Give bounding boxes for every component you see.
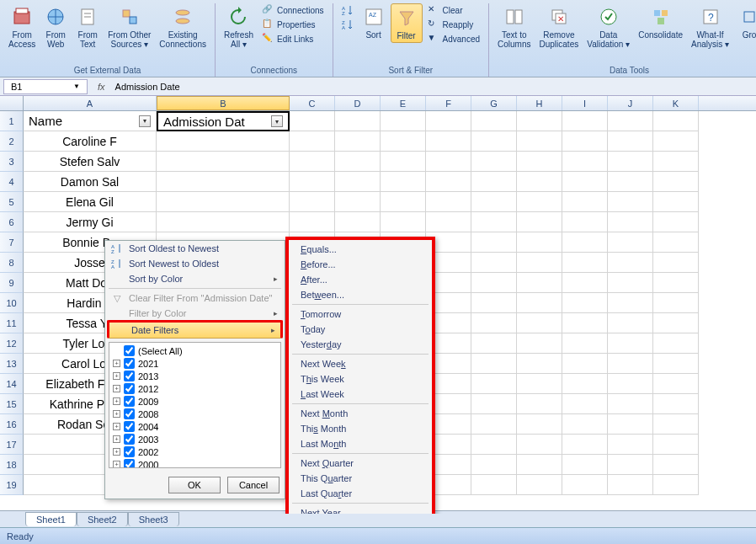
cell-I10[interactable] <box>562 293 608 313</box>
cell-K7[interactable] <box>653 232 699 253</box>
cell-G18[interactable] <box>471 455 517 475</box>
col-header-F[interactable]: F <box>426 96 471 110</box>
from-web-button[interactable]: From Web <box>40 3 71 51</box>
properties-button[interactable]: 📋Properties <box>258 18 327 31</box>
row-header-15[interactable]: 15 <box>0 394 24 414</box>
expand-icon[interactable]: + <box>113 410 120 418</box>
year-checkbox-2013[interactable]: +2013 <box>111 370 279 382</box>
cell-B3[interactable] <box>157 152 290 172</box>
row-header-12[interactable]: 12 <box>0 333 24 354</box>
year-checkbox-2008[interactable]: +2008 <box>111 408 279 420</box>
cell-D6[interactable] <box>335 212 381 232</box>
cell-I1[interactable] <box>562 111 608 131</box>
cell-F2[interactable] <box>426 131 471 152</box>
reapply-button[interactable]: ↻Reapply <box>424 18 483 31</box>
df-after[interactable]: After... <box>289 272 432 287</box>
cell-B5[interactable] <box>157 192 290 212</box>
cell-G3[interactable] <box>471 152 517 172</box>
data-validation-button[interactable]: Data Validation ▾ <box>583 3 633 51</box>
cell-F6[interactable] <box>426 212 471 232</box>
row-header-2[interactable]: 2 <box>0 131 24 152</box>
col-header-A[interactable]: A <box>24 96 157 110</box>
sort-asc-button[interactable]: AZ <box>338 3 357 17</box>
sort-button[interactable]: AZSort <box>359 3 389 41</box>
cell-K14[interactable] <box>653 374 699 394</box>
col-header-H[interactable]: H <box>517 96 562 110</box>
sheet-tab-2[interactable]: Sheet2 <box>77 512 128 526</box>
expand-icon[interactable]: + <box>113 372 120 380</box>
cell-I19[interactable] <box>562 475 608 495</box>
col-header-G[interactable]: G <box>471 96 517 110</box>
cell-J6[interactable] <box>608 212 653 232</box>
from-access-button[interactable]: From Access <box>5 3 39 51</box>
cell-H3[interactable] <box>517 152 562 172</box>
col-header-K[interactable]: K <box>653 96 699 110</box>
ok-button[interactable]: OK <box>168 477 221 493</box>
cell-A1[interactable]: Name▾ <box>24 111 157 131</box>
cell-J14[interactable] <box>608 374 653 394</box>
clear-filter-button[interactable]: ✕Clear <box>424 3 483 17</box>
cell-G6[interactable] <box>471 212 517 232</box>
date-filters-item[interactable]: Date Filters <box>107 320 283 339</box>
cell-G17[interactable] <box>471 435 517 455</box>
cell-K8[interactable] <box>653 253 699 273</box>
df-this-month[interactable]: This Month <box>289 421 432 436</box>
consolidate-button[interactable]: Consolidate <box>635 3 686 41</box>
row-header-3[interactable]: 3 <box>0 152 24 172</box>
row-header-1[interactable]: 1 <box>0 111 24 131</box>
df-this-quarter[interactable]: This Quarter <box>289 471 432 486</box>
cell-K19[interactable] <box>653 475 699 495</box>
cell-J4[interactable] <box>608 172 653 192</box>
cell-I15[interactable] <box>562 394 608 414</box>
cell-F4[interactable] <box>426 172 471 192</box>
cell-G14[interactable] <box>471 374 517 394</box>
cell-D4[interactable] <box>335 172 381 192</box>
sort-oldest-newest[interactable]: AZSort Oldest to Newest <box>105 241 285 256</box>
df-before[interactable]: Before... <box>289 257 432 272</box>
cell-G1[interactable] <box>471 111 517 131</box>
cell-E5[interactable] <box>381 192 426 212</box>
expand-icon[interactable]: + <box>113 397 120 405</box>
col-header-D[interactable]: D <box>335 96 381 110</box>
row-header-16[interactable]: 16 <box>0 414 24 435</box>
cell-K12[interactable] <box>653 333 699 354</box>
row-header-6[interactable]: 6 <box>0 212 24 232</box>
row-header-5[interactable]: 5 <box>0 192 24 212</box>
cell-F1[interactable] <box>426 111 471 131</box>
name-box[interactable]: B1▼ <box>3 79 88 94</box>
expand-icon[interactable]: + <box>113 448 120 456</box>
cell-I13[interactable] <box>562 354 608 374</box>
cell-I14[interactable] <box>562 374 608 394</box>
cell-K2[interactable] <box>653 131 699 152</box>
select-all-checkbox[interactable]: (Select All) <box>111 344 279 357</box>
cell-H5[interactable] <box>517 192 562 212</box>
cancel-button[interactable]: Cancel <box>227 477 280 493</box>
sort-desc-button[interactable]: ZA <box>338 18 357 31</box>
cell-I11[interactable] <box>562 313 608 333</box>
cell-K16[interactable] <box>653 414 699 435</box>
col-header-I[interactable]: I <box>562 96 608 110</box>
df-last-quarter[interactable]: Last Quarter <box>289 486 432 501</box>
cell-J13[interactable] <box>608 354 653 374</box>
cell-B2[interactable] <box>157 131 290 152</box>
cell-J19[interactable] <box>608 475 653 495</box>
filter-button[interactable]: Filter <box>391 3 423 43</box>
advanced-filter-button[interactable]: ▼Advanced <box>424 32 483 45</box>
text-to-columns-button[interactable]: Text to Columns <box>494 3 534 51</box>
cell-K15[interactable] <box>653 394 699 414</box>
cell-K17[interactable] <box>653 435 699 455</box>
cell-J16[interactable] <box>608 414 653 435</box>
year-checkbox-2000[interactable]: +2000 <box>111 458 279 468</box>
col-header-B[interactable]: B <box>157 96 290 110</box>
df-last-month[interactable]: Last Month <box>289 436 432 451</box>
cell-I17[interactable] <box>562 435 608 455</box>
cell-J12[interactable] <box>608 333 653 354</box>
cell-H9[interactable] <box>517 273 562 293</box>
row-header-17[interactable]: 17 <box>0 435 24 455</box>
cell-J3[interactable] <box>608 152 653 172</box>
row-header-13[interactable]: 13 <box>0 354 24 374</box>
cell-J11[interactable] <box>608 313 653 333</box>
formula-value[interactable]: Admission Date <box>112 82 180 92</box>
cell-J18[interactable] <box>608 455 653 475</box>
row-header-11[interactable]: 11 <box>0 313 24 333</box>
